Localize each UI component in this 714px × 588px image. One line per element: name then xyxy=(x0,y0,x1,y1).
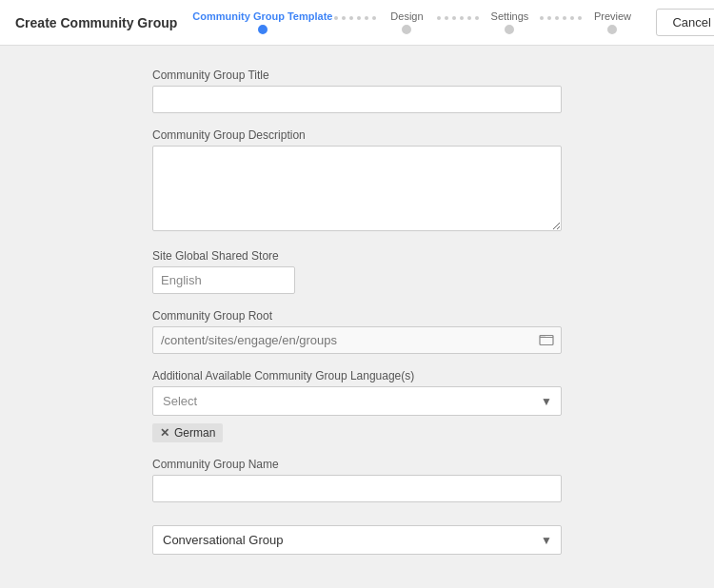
step-1-dot xyxy=(258,25,268,34)
step-dots-2-3 xyxy=(435,16,481,29)
page-title: Create Community Group xyxy=(15,15,177,30)
mini-dot xyxy=(563,16,566,20)
group-type-select-wrapper: Conversational Group Social Group Public… xyxy=(152,525,562,555)
step-1: Community Group Template xyxy=(192,10,332,34)
description-group: Community Group Description xyxy=(152,128,562,234)
step-3-label: Settings xyxy=(491,10,529,22)
tag-remove-button[interactable]: ✕ xyxy=(160,426,169,440)
name-label: Community Group Name xyxy=(152,458,562,471)
name-group: Community Group Name xyxy=(152,458,562,502)
name-input[interactable] xyxy=(152,475,562,502)
root-input-wrapper xyxy=(152,326,562,354)
header-actions: Cancel Next xyxy=(656,9,714,36)
wizard-steps: Community Group Template Design xyxy=(188,10,645,34)
step-3-dot xyxy=(505,25,514,34)
mini-dot xyxy=(452,16,456,20)
mini-dot xyxy=(357,16,361,20)
mini-dot xyxy=(578,16,582,20)
mini-dot xyxy=(460,16,464,20)
description-label: Community Group Description xyxy=(152,128,562,142)
languages-group: Additional Available Community Group Lan… xyxy=(152,369,562,442)
step-2: Design xyxy=(378,10,435,34)
title-label: Community Group Title xyxy=(152,69,562,82)
shared-store-input[interactable] xyxy=(152,266,295,294)
shared-store-label: Site Global Shared Store xyxy=(152,249,562,263)
cancel-button[interactable]: Cancel xyxy=(656,9,714,36)
folder-icon xyxy=(539,331,554,349)
languages-label: Additional Available Community Group Lan… xyxy=(152,369,562,382)
mini-dot xyxy=(467,16,471,20)
mini-dot xyxy=(555,16,559,20)
step-2-dot xyxy=(402,25,411,34)
mini-dot xyxy=(342,16,346,20)
mini-dot xyxy=(365,16,368,20)
languages-select[interactable]: Select xyxy=(152,386,562,416)
mini-dot xyxy=(547,16,551,20)
shared-store-group: Site Global Shared Store xyxy=(152,249,562,294)
root-input[interactable] xyxy=(152,326,562,354)
mini-dot xyxy=(445,16,448,20)
languages-select-wrapper: Select ▼ xyxy=(152,386,562,416)
tag-label: German xyxy=(174,426,215,440)
mini-dot xyxy=(349,16,353,20)
mini-dot xyxy=(570,16,574,20)
step-4-label: Preview xyxy=(594,10,631,22)
step-dots-3-4 xyxy=(538,16,584,29)
tag-container: ✕ German xyxy=(152,423,562,442)
step-1-label: Community Group Template xyxy=(192,10,332,22)
mini-dot xyxy=(540,16,544,20)
title-input[interactable] xyxy=(152,86,562,113)
step-dots-1-2 xyxy=(332,16,378,29)
mini-dot xyxy=(372,16,376,20)
mini-dot xyxy=(475,16,479,20)
mini-dot xyxy=(334,16,338,20)
mini-dot xyxy=(437,16,441,20)
group-type-select[interactable]: Conversational Group Social Group Public… xyxy=(152,525,562,555)
step-2-label: Design xyxy=(390,10,423,22)
step-4-dot xyxy=(607,25,617,34)
step-4: Preview xyxy=(584,10,641,34)
header: Create Community Group Community Group T… xyxy=(0,0,714,46)
german-tag: ✕ German xyxy=(152,423,223,442)
title-group: Community Group Title xyxy=(152,69,562,113)
spacer xyxy=(152,518,562,525)
root-group: Community Group Root xyxy=(152,309,562,354)
root-label: Community Group Root xyxy=(152,309,562,323)
step-3: Settings xyxy=(481,10,538,34)
main-content: Community Group Title Community Group De… xyxy=(0,46,714,588)
group-type-group: Conversational Group Social Group Public… xyxy=(152,525,562,555)
description-input[interactable] xyxy=(152,146,562,231)
